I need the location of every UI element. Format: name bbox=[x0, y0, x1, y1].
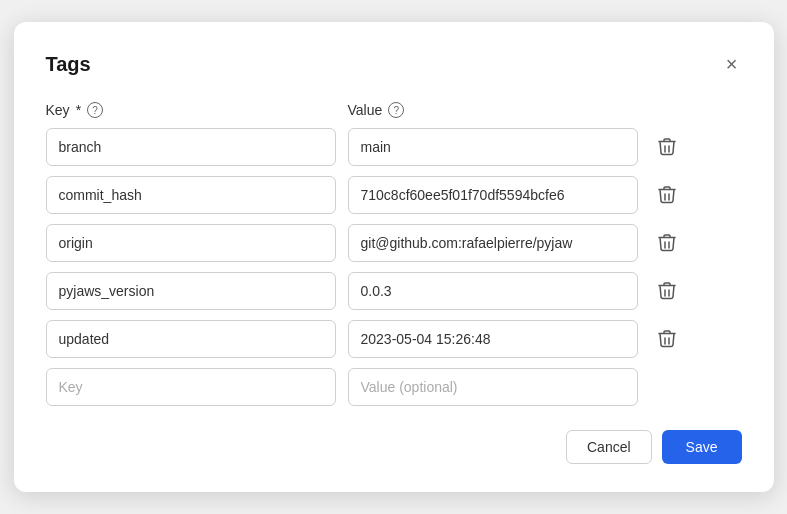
key-input-3[interactable] bbox=[46, 272, 336, 310]
trash-icon bbox=[658, 281, 676, 301]
delete-button-1[interactable] bbox=[650, 181, 684, 209]
key-column-header: Key * ? bbox=[46, 102, 336, 118]
trash-icon bbox=[658, 233, 676, 253]
tags-modal: Tags × Key * ? Value ? bbox=[14, 22, 774, 492]
table-row bbox=[46, 272, 742, 310]
value-input-4[interactable] bbox=[348, 320, 638, 358]
new-value-input[interactable] bbox=[348, 368, 638, 406]
value-input-1[interactable] bbox=[348, 176, 638, 214]
value-input-2[interactable] bbox=[348, 224, 638, 262]
column-headers: Key * ? Value ? bbox=[46, 102, 742, 118]
new-tag-row bbox=[46, 368, 742, 406]
delete-button-4[interactable] bbox=[650, 325, 684, 353]
table-row bbox=[46, 224, 742, 262]
delete-button-3[interactable] bbox=[650, 277, 684, 305]
trash-icon bbox=[658, 137, 676, 157]
value-input-3[interactable] bbox=[348, 272, 638, 310]
value-column-header: Value ? bbox=[348, 102, 638, 118]
key-input-1[interactable] bbox=[46, 176, 336, 214]
delete-button-0[interactable] bbox=[650, 133, 684, 161]
modal-header: Tags × bbox=[46, 50, 742, 78]
modal-overlay: Tags × Key * ? Value ? bbox=[0, 0, 787, 514]
value-input-0[interactable] bbox=[348, 128, 638, 166]
close-button[interactable]: × bbox=[722, 50, 742, 78]
trash-icon bbox=[658, 329, 676, 349]
cancel-button[interactable]: Cancel bbox=[566, 430, 652, 464]
save-button[interactable]: Save bbox=[662, 430, 742, 464]
table-row bbox=[46, 176, 742, 214]
key-input-2[interactable] bbox=[46, 224, 336, 262]
key-input-4[interactable] bbox=[46, 320, 336, 358]
key-help-icon[interactable]: ? bbox=[87, 102, 103, 118]
value-label: Value bbox=[348, 102, 383, 118]
close-icon: × bbox=[726, 54, 738, 74]
delete-button-2[interactable] bbox=[650, 229, 684, 257]
key-input-0[interactable] bbox=[46, 128, 336, 166]
new-key-input[interactable] bbox=[46, 368, 336, 406]
required-indicator: * bbox=[76, 102, 81, 118]
tag-rows bbox=[46, 128, 742, 406]
value-help-icon[interactable]: ? bbox=[388, 102, 404, 118]
modal-title: Tags bbox=[46, 53, 91, 76]
trash-icon bbox=[658, 185, 676, 205]
table-row bbox=[46, 128, 742, 166]
modal-footer: Cancel Save bbox=[46, 430, 742, 464]
table-row bbox=[46, 320, 742, 358]
key-label: Key bbox=[46, 102, 70, 118]
